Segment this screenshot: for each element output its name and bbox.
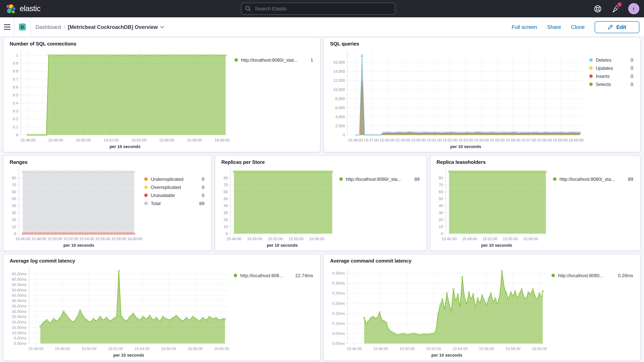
legend-item[interactable]: http://localhost:8080/_sta...89 (339, 175, 420, 183)
elastic-logo-icon (6, 3, 16, 14)
panel-title[interactable]: SQL queries (330, 41, 634, 47)
svg-text:45.00ms: 45.00ms (12, 293, 26, 298)
breadcrumb-separator: / (64, 24, 65, 30)
legend-color-dot (589, 82, 593, 86)
legend-color-dot (144, 202, 148, 205)
chart-legend: http://localhost:8080/_stat...1 (234, 47, 314, 150)
ranges-chart[interactable]: 0102030405060708015:46:0015:48:0015:50:0… (10, 165, 144, 249)
svg-text:per 10 seconds: per 10 seconds (450, 144, 481, 149)
svg-text:30: 30 (12, 211, 16, 215)
svg-text:60: 60 (224, 190, 228, 194)
help-icon (594, 4, 602, 13)
svg-text:30.00ms: 30.00ms (12, 310, 26, 314)
svg-text:15:58:00: 15:58:00 (187, 138, 202, 142)
legend-item[interactable]: Total89 (144, 199, 204, 208)
svg-text:0: 0 (441, 232, 443, 236)
svg-text:16:00:00: 16:00:00 (127, 237, 142, 241)
sql-queries-chart[interactable]: 02,0004,0006,0008,00010,00012,00014,0001… (330, 47, 589, 150)
svg-text:4,000: 4,000 (335, 115, 345, 119)
svg-text:15:50:00: 15:50:00 (47, 237, 62, 241)
legend-item[interactable]: Unavailable0 (144, 191, 204, 199)
elastic-home-link[interactable]: elastic (0, 3, 40, 14)
svg-text:15:56:00: 15:56:00 (161, 346, 176, 351)
legend-item[interactable]: Overreplicated0 (144, 183, 204, 191)
panel-title[interactable]: Replica leaseholders (436, 159, 634, 165)
legend-item[interactable]: Underreplicated0 (144, 175, 204, 183)
space-badge[interactable]: D (19, 24, 26, 30)
svg-text:35.00ms: 35.00ms (12, 304, 26, 308)
svg-text:15:56:00: 15:56:00 (95, 237, 110, 241)
svg-text:15:54:00: 15:54:00 (134, 346, 150, 351)
legend-item[interactable]: Inserts0 (589, 72, 633, 80)
command-commit-latency-chart[interactable]: 0.00ms0.05ms0.10ms0.15ms0.20ms0.25ms0.30… (330, 264, 552, 359)
svg-text:15:50:00: 15:50:00 (400, 346, 415, 351)
nav-menu-button[interactable] (0, 18, 14, 36)
svg-text:50: 50 (12, 196, 16, 201)
svg-text:15:58:00: 15:58:00 (309, 237, 324, 241)
legend-item[interactable]: Deletes0 (589, 56, 633, 64)
svg-text:15:46:00: 15:46:00 (28, 346, 44, 351)
legend-label: Inserts (596, 74, 610, 79)
svg-text:0: 0 (16, 133, 18, 137)
svg-text:15:58:00: 15:58:00 (188, 346, 203, 351)
svg-text:80: 80 (12, 176, 16, 180)
panel-title[interactable]: Average command commit latency (330, 258, 634, 264)
svg-text:80: 80 (224, 176, 228, 180)
chart-legend: http://localhost:8080/_sta...89 (553, 165, 634, 249)
svg-text:0.00ms: 0.00ms (332, 341, 345, 346)
svg-text:70: 70 (224, 183, 228, 187)
panel-title[interactable]: Number of SQL connections (10, 41, 314, 47)
svg-text:0.1: 0.1 (13, 125, 18, 129)
replicas-per-store-chart[interactable]: 0102030405060708015:46:0015:49:0015:52:0… (221, 165, 339, 249)
legend-label: Deletes (596, 57, 612, 63)
share-link[interactable]: Share (547, 24, 561, 30)
breadcrumb-current[interactable]: [Metricbeat CockroachDB] Overview (68, 24, 164, 30)
legend-value: 22.74ms (296, 273, 313, 278)
series-http-localhost-8080- (364, 270, 544, 344)
legend-item[interactable]: Updates0 (589, 64, 633, 72)
svg-text:60: 60 (12, 190, 16, 194)
svg-text:10: 10 (224, 224, 228, 229)
legend-label: Total (151, 201, 160, 206)
svg-text:16:00:00: 16:00:00 (532, 346, 547, 351)
legend-item[interactable]: http://localhost:808...22.74ms (234, 272, 313, 280)
legend-item[interactable]: http://localhost:8080...0.26ms (552, 272, 633, 280)
toolbar-divider (30, 18, 31, 36)
breadcrumb-dashboard[interactable]: Dashboard (36, 24, 61, 30)
svg-text:15:52:00: 15:52:00 (268, 237, 283, 241)
svg-text:14,000: 14,000 (333, 69, 345, 74)
legend-label: http://localhost:8080/_sta... (560, 176, 615, 182)
svg-text:15:48:00: 15:48:00 (380, 138, 394, 142)
svg-text:70: 70 (439, 183, 443, 187)
panel-title[interactable]: Ranges (10, 159, 205, 165)
full-screen-link[interactable]: Full screen (512, 24, 537, 30)
log-commit-latency-chart[interactable]: 0.00ms5.00ms10.00ms15.00ms20.00ms25.00ms… (10, 264, 234, 359)
legend-item[interactable]: http://localhost:8080/_stat...1 (234, 56, 313, 64)
series-unavailable (22, 233, 135, 234)
svg-text:20.00ms: 20.00ms (12, 320, 26, 324)
legend-label: Unavailable (151, 192, 175, 198)
svg-text:0: 0 (14, 232, 16, 236)
svg-text:16:00:00: 16:00:00 (214, 138, 230, 142)
global-search[interactable] (241, 3, 395, 15)
svg-text:15:49:00: 15:49:00 (462, 237, 477, 241)
svg-text:0.8: 0.8 (13, 69, 18, 73)
clone-link[interactable]: Clone (571, 24, 584, 30)
replica-leaseholders-chart[interactable]: 0102030405060708015:46:0015:49:0015:52:0… (436, 165, 553, 249)
edit-button[interactable]: Edit (595, 21, 639, 33)
sql-connections-chart[interactable]: 00.10.20.30.40.50.60.70.80.9115:46:0015:… (10, 47, 234, 150)
svg-text:15:46:00: 15:46:00 (226, 237, 242, 241)
whats-new-button[interactable] (610, 4, 620, 14)
legend-item[interactable]: http://localhost:8080/_sta...89 (553, 175, 633, 183)
breadcrumb: Dashboard / [Metricbeat CockroachDB] Ove… (36, 24, 164, 30)
svg-text:16:00:00: 16:00:00 (214, 346, 229, 351)
panel-title[interactable]: Average log commit latency (10, 258, 314, 264)
legend-item[interactable]: Selects0 (589, 80, 633, 88)
user-avatar[interactable]: r (628, 3, 639, 14)
svg-text:8,000: 8,000 (335, 96, 345, 101)
panel-title[interactable]: Replicas per Store (221, 159, 420, 165)
svg-text:0.00ms: 0.00ms (14, 341, 26, 346)
help-button[interactable] (593, 4, 603, 14)
search-input[interactable] (254, 6, 395, 12)
legend-label: Selects (596, 82, 611, 87)
